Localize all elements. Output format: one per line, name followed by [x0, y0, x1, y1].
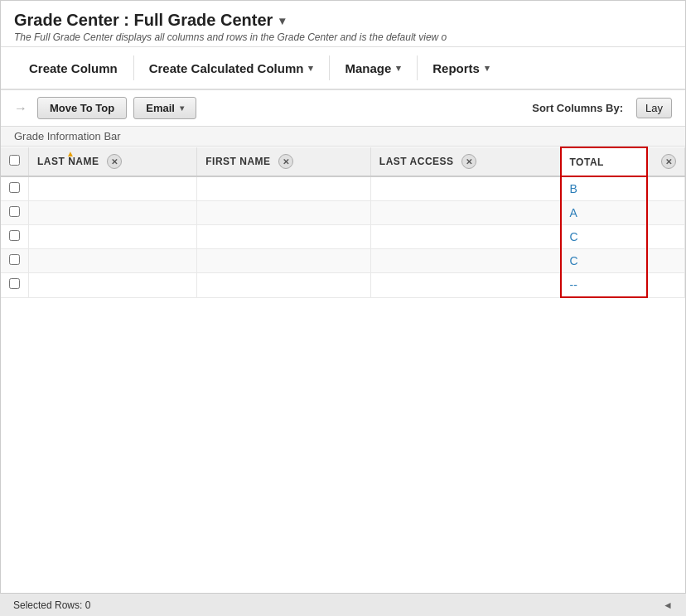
- row-5-first-name: [197, 273, 371, 298]
- table-row: C: [1, 249, 685, 273]
- row-1-last-name: [29, 176, 197, 201]
- row-3-last-access: [370, 225, 560, 249]
- email-label: Email: [146, 102, 175, 114]
- last-access-label: LAST ACCESS: [379, 156, 454, 167]
- table-header-row: ▲ LAST NAME ✕ FIRST NAME ✕ LAST ACCESS ✕…: [1, 147, 685, 176]
- table-row: C: [1, 225, 685, 249]
- row-2-total: A: [561, 201, 648, 225]
- scroll-left-icon[interactable]: ◄: [663, 599, 673, 611]
- row-1-total: B: [561, 176, 648, 201]
- extra-col-action-icon[interactable]: ✕: [661, 154, 676, 169]
- row-2-check[interactable]: [1, 201, 29, 225]
- row-3-last-name: [29, 225, 197, 249]
- email-chevron-icon: ▾: [180, 103, 184, 113]
- arrow-right-icon: →: [14, 101, 27, 116]
- action-bar: → Move To Top Email ▾ Sort Columns By: L…: [1, 90, 685, 127]
- row-3-first-name: [197, 225, 371, 249]
- manage-chevron-icon: ▾: [396, 63, 401, 74]
- header-first-name[interactable]: FIRST NAME ✕: [197, 147, 371, 176]
- row-1-extra: [647, 176, 685, 201]
- sort-by-button[interactable]: Lay: [636, 98, 672, 118]
- first-name-label: FIRST NAME: [205, 156, 270, 167]
- page-subtitle: The Full Grade Center displays all colum…: [14, 31, 672, 43]
- row-5-last-name: [29, 273, 197, 298]
- row-4-last-access: [370, 249, 560, 273]
- row-2-first-name: [197, 201, 371, 225]
- header-last-access[interactable]: LAST ACCESS ✕: [370, 147, 560, 176]
- chevron-icon: ▾: [308, 63, 313, 74]
- table-body: B A C: [1, 176, 685, 297]
- total-label: TOTAL: [570, 156, 604, 168]
- manage-label: Manage: [345, 61, 391, 75]
- sort-columns-by-label: Sort Columns By:: [532, 102, 623, 114]
- toolbar-reports[interactable]: Reports ▾: [418, 47, 505, 89]
- select-all-checkbox[interactable]: [9, 155, 20, 166]
- row-2-extra: [647, 201, 685, 225]
- row-3-total: C: [561, 225, 648, 249]
- row-4-first-name: [197, 249, 371, 273]
- status-bar: Selected Rows: 0 ◄: [0, 593, 686, 616]
- table-row: --: [1, 273, 685, 298]
- reports-chevron-icon: ▾: [485, 63, 490, 74]
- selected-rows-label: Selected Rows:: [13, 599, 82, 611]
- row-4-last-name: [29, 249, 197, 273]
- grade-table: ▲ LAST NAME ✕ FIRST NAME ✕ LAST ACCESS ✕…: [1, 147, 685, 298]
- toolbar-manage[interactable]: Manage ▾: [330, 47, 417, 89]
- row-2-last-access: [370, 201, 560, 225]
- move-to-top-label: Move To Top: [50, 102, 114, 114]
- last-access-action-icon[interactable]: ✕: [461, 154, 476, 169]
- row-5-total: --: [561, 273, 648, 298]
- row-3-check[interactable]: [1, 225, 29, 249]
- toolbar-create-calculated-column[interactable]: Create Calculated Column ▾: [134, 47, 330, 89]
- page-header: Grade Center : Full Grade Center ▾ The F…: [1, 1, 685, 47]
- header-last-name[interactable]: ▲ LAST NAME ✕: [29, 147, 197, 176]
- move-to-top-button[interactable]: Move To Top: [37, 97, 127, 119]
- create-column-label: Create Column: [29, 61, 118, 75]
- table-row: A: [1, 201, 685, 225]
- sort-btn-label: Lay: [645, 102, 663, 114]
- row-1-first-name: [197, 176, 371, 201]
- header-checkbox-col: [1, 147, 29, 176]
- toolbar: Create Column Create Calculated Column ▾…: [1, 47, 685, 90]
- row-3-extra: [647, 225, 685, 249]
- selected-rows-count: 0: [85, 599, 91, 611]
- row-4-extra: [647, 249, 685, 273]
- grade-info-label: Grade Information Bar: [14, 130, 121, 142]
- toolbar-create-column[interactable]: Create Column: [14, 47, 133, 89]
- row-2-last-name: [29, 201, 197, 225]
- row-5-last-access: [370, 273, 560, 298]
- title-text: Grade Center : Full Grade Center: [14, 11, 273, 30]
- header-total[interactable]: TOTAL: [561, 147, 648, 176]
- row-4-total: C: [561, 249, 648, 273]
- row-1-last-access: [370, 176, 560, 201]
- table-row: B: [1, 176, 685, 201]
- title-dropdown-icon[interactable]: ▾: [279, 14, 285, 27]
- main-content: → Move To Top Email ▾ Sort Columns By: L…: [1, 90, 685, 616]
- grade-info-bar: Grade Information Bar: [1, 127, 685, 147]
- row-1-check[interactable]: [1, 176, 29, 201]
- page-title: Grade Center : Full Grade Center ▾: [14, 11, 672, 30]
- reports-label: Reports: [432, 61, 480, 75]
- table-container[interactable]: ▲ LAST NAME ✕ FIRST NAME ✕ LAST ACCESS ✕…: [1, 147, 685, 616]
- first-name-action-icon[interactable]: ✕: [278, 154, 293, 169]
- email-button[interactable]: Email ▾: [133, 97, 196, 119]
- row-5-extra: [647, 273, 685, 298]
- create-calculated-label: Create Calculated Column: [149, 61, 304, 75]
- row-5-check[interactable]: [1, 273, 29, 298]
- row-4-check[interactable]: [1, 249, 29, 273]
- last-name-action-icon[interactable]: ✕: [107, 154, 122, 169]
- header-extra: ✕: [647, 147, 685, 176]
